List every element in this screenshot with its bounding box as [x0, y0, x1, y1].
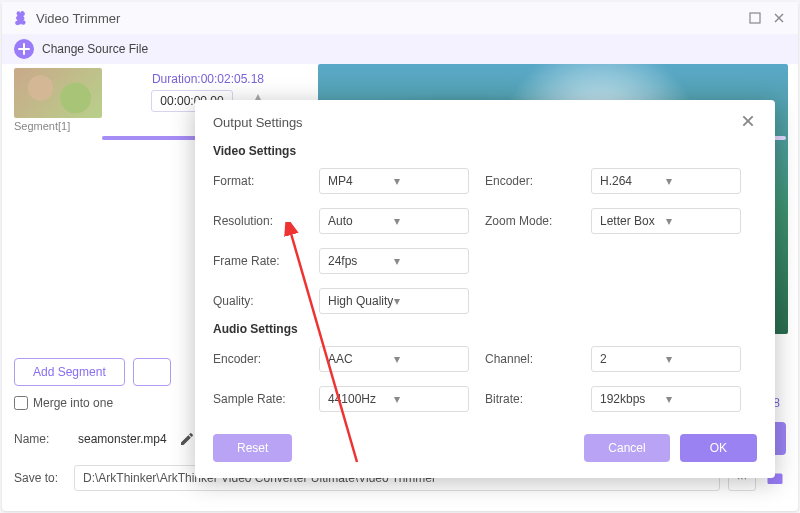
titlebar: Video Trimmer	[2, 2, 798, 34]
audio-encoder-select[interactable]: AAC▾	[319, 346, 469, 372]
app-logo-icon	[12, 9, 30, 27]
audio-encoder-label: Encoder:	[213, 352, 303, 366]
chevron-down-icon: ▾	[394, 392, 460, 406]
window-title: Video Trimmer	[36, 11, 740, 26]
segment-extra-button[interactable]	[133, 358, 171, 386]
dialog-close-icon[interactable]	[741, 114, 757, 130]
quality-label: Quality:	[213, 294, 303, 308]
output-settings-dialog: Output Settings Video Settings Format: M…	[195, 100, 775, 478]
channel-label: Channel:	[485, 352, 575, 366]
save-to-label: Save to:	[14, 471, 66, 485]
add-segment-button[interactable]: Add Segment	[14, 358, 125, 386]
filename-value: seamonster.mp4	[74, 430, 171, 448]
framerate-label: Frame Rate:	[213, 254, 303, 268]
samplerate-select[interactable]: 44100Hz▾	[319, 386, 469, 412]
dialog-title: Output Settings	[213, 115, 741, 130]
samplerate-label: Sample Rate:	[213, 392, 303, 406]
clip-thumbnail[interactable]	[14, 68, 102, 118]
merge-checkbox[interactable]: Merge into one	[14, 396, 113, 410]
chevron-down-icon: ▾	[666, 392, 732, 406]
change-source-label: Change Source File	[42, 42, 148, 56]
toolbar: Change Source File	[2, 34, 798, 64]
resolution-select[interactable]: Auto▾	[319, 208, 469, 234]
chevron-down-icon: ▾	[394, 352, 460, 366]
chevron-down-icon: ▾	[394, 174, 460, 188]
format-label: Format:	[213, 174, 303, 188]
framerate-select[interactable]: 24fps▾	[319, 248, 469, 274]
minimize-button[interactable]	[746, 9, 764, 27]
change-source-button[interactable]	[14, 39, 34, 59]
zoom-label: Zoom Mode:	[485, 214, 575, 228]
chevron-down-icon: ▾	[666, 214, 732, 228]
app-window: Video Trimmer Change Source File Duratio…	[2, 2, 798, 511]
close-button[interactable]	[770, 9, 788, 27]
cancel-button[interactable]: Cancel	[584, 434, 669, 462]
chevron-down-icon: ▾	[394, 294, 460, 308]
bitrate-label: Bitrate:	[485, 392, 575, 406]
resolution-label: Resolution:	[213, 214, 303, 228]
edit-name-icon[interactable]	[179, 431, 195, 447]
format-select[interactable]: MP4▾	[319, 168, 469, 194]
chevron-down-icon: ▾	[666, 352, 732, 366]
chevron-down-icon: ▾	[394, 254, 460, 268]
audio-settings-heading: Audio Settings	[213, 322, 757, 336]
reset-button[interactable]: Reset	[213, 434, 292, 462]
bitrate-select[interactable]: 192kbps▾	[591, 386, 741, 412]
video-encoder-select[interactable]: H.264▾	[591, 168, 741, 194]
ok-button[interactable]: OK	[680, 434, 757, 462]
encoder-label: Encoder:	[485, 174, 575, 188]
svg-rect-0	[750, 13, 760, 23]
duration-label: Duration:00:02:05.18	[152, 68, 264, 90]
chevron-down-icon: ▾	[666, 174, 732, 188]
video-settings-heading: Video Settings	[213, 144, 757, 158]
channel-select[interactable]: 2▾	[591, 346, 741, 372]
name-label: Name:	[14, 432, 66, 446]
chevron-down-icon: ▾	[394, 214, 460, 228]
quality-select[interactable]: High Quality▾	[319, 288, 469, 314]
zoom-mode-select[interactable]: Letter Box▾	[591, 208, 741, 234]
